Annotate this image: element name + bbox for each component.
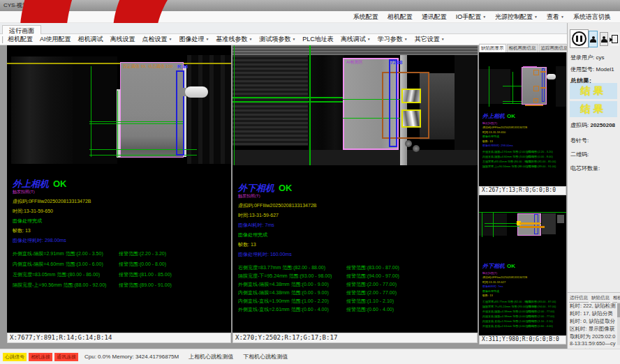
tool-test-params[interactable]: 测试项参数▼ [259,35,295,44]
login-user-button[interactable] [589,31,598,47]
measurement-row: 内侧直线-直线=1.90mm 范围:(1.00 - 2.20)报警范围:(1.1… [238,298,476,306]
measurement-row: 外侧直线-隔膜=2.91mm 范围:(2.00 - 3.50)报警范围:(2.2… [13,250,230,261]
clamp-object [185,86,208,98]
exit-button[interactable] [610,32,619,46]
tab-defect-display[interactable]: 缺陷图显示 [479,44,506,52]
camera-result-title: 外下相机OK [482,262,566,270]
tab-tracking-frame-info[interactable]: 追踪画面信息 [539,44,570,52]
tool-baseline-params[interactable]: 基准线参数▼ [216,35,252,44]
tool-ai-config[interactable]: AI使用配置 [40,35,71,44]
cpu-memory-readout: Cpu: 0.0% Memory: 3424.41796875M [84,354,179,360]
toolbar-grip [2,36,3,43]
scrollbar-thumb[interactable] [617,303,620,317]
machine-band [232,150,478,165]
machine-band [232,55,308,146]
tool-learning-params[interactable]: 学习参数▼ [378,35,408,44]
chevron-down-icon: ▼ [249,37,252,41]
blue-measure-rect [389,59,397,147]
chevron-down-icon: ▼ [169,37,172,41]
frame-count-line: 帧数: 13 [238,241,476,248]
green-baseline-v [482,212,482,237]
menu-system-config[interactable]: 系统配置 [353,13,378,22]
yellow-roi-rect [401,109,421,128]
heartbeat-badge: 心跳信号 [3,353,27,361]
upper-camera-heartbeat: 上相机心跳检测值 [189,353,233,361]
frame-count-line: 帧数: 13 [13,227,230,234]
model-value: Model1 [596,66,614,73]
chevron-down-icon: ▼ [404,37,408,41]
info-scrollbar[interactable] [617,302,620,345]
tool-camera-config[interactable]: 相机配置 [8,35,33,44]
user-icon [601,36,607,43]
machine-band [479,69,510,104]
measurement-row: 外侧直线-隔膜=4.38mm 范围:(0.00 - 9.00)报警范围:(2.0… [238,281,476,289]
pixel-readout-upper: X:7677;Y:891;R:14;G:14;B:14 [7,333,231,343]
tool-other-settings[interactable]: 其它设置▼ [415,35,445,44]
green-baseline-h [89,123,183,124]
camera-view-lower[interactable]: AI检测区 72.88 外下相机OK 触发拍照(T) 虚拟码:0FFIiiw20… [232,45,478,333]
time-line: 时间:13-31-59-650 [13,208,230,215]
menu-view[interactable]: 查看▼ [547,13,564,22]
model-row: 使用型号: Model1 [570,66,614,73]
menu-comm-config[interactable]: 通讯配置 [422,13,447,22]
threshold-overlay-label: 固定阈值:93, 动态阈值:100 [123,63,172,70]
barcode-line: 虚拟码:0FFIiiw2025020813313472B [238,202,476,209]
orange-annotation [540,71,546,73]
menu-camera-config[interactable]: 相机配置 [388,13,413,22]
result-badge-upper: 结果 [570,83,617,99]
measurement-row: 外侧直线-直线=2.61mm 范围:(0.60 - 4.00)报警范围:(0.6… [238,306,476,314]
menu-language-switch[interactable]: 系统语言切换 [573,13,611,22]
chevron-down-icon: ▼ [367,37,371,41]
tool-plc-address[interactable]: PLC地址表 [302,35,334,44]
info-tab-strip: 运行信息 缺陷信息 相机信息 [569,294,620,303]
user-icon [590,36,596,43]
measurement-row: 右侧宽度=83.77mm 范围:(82.00 - 88.00)报警范围:(83.… [238,264,476,273]
measurement-row: 左侧宽度=83.05mm 范围:(80.00 - 86.00)报警范围:(81.… [13,271,230,282]
mini-result-block-upper: 外上相机OK 触发拍照(T) 虚拟码:0FFIiiw20250208133134… [482,112,566,169]
result-block-lower: 外下相机OK 触发拍照(T) 虚拟码:0FFIiiw20250208133134… [238,182,476,314]
menu-io-config[interactable]: IO手配置▼ [456,13,486,22]
green-baseline-v [309,45,311,165]
yellow-roi-rect [401,89,421,103]
tool-offline-debug[interactable]: 离线调试▼ [341,35,371,44]
tool-spot-check[interactable]: 点检设置▼ [142,35,172,44]
orange-annotation [540,87,546,89]
time-line: 时间:13-31-59-627 [238,212,476,219]
chevron-down-icon: ▼ [482,15,486,19]
barcode-line: 虚拟码:0FFIiiw2025020813313472B [13,198,230,205]
menu-light-config[interactable]: 光源控制配置▼ [495,13,538,22]
green-baseline-v [512,72,513,104]
operator-button[interactable] [600,32,608,46]
process-done-line: 图像处理完成 [13,218,230,225]
pink-roi-rect [120,62,184,158]
ai-time-line: 图像AI耗时: 7ms [238,222,476,229]
clamp-object [547,74,556,79]
camera-connection-badge: 相机连接 [29,353,52,361]
camera-image-upper: 固定阈值:93, 动态阈值:100 R:46 [7,55,231,164]
info-divider [568,292,620,293]
tab-defect-info[interactable]: 缺陷信息 [591,294,610,303]
tool-image-processing[interactable]: 图像处理▼ [179,35,209,44]
measurement-row: 内侧直线-隔膜=4.60mm 范围:(3.00 - 6.00)报警范围:(0.0… [13,261,230,271]
tool-offline-settings[interactable]: 离线设置 [110,35,135,44]
process-done-line: 图像处理完成 [238,232,476,238]
chevron-down-icon: ▼ [441,37,445,41]
green-baseline-v [234,45,235,165]
screw [405,140,412,147]
result-badge-lower: 结果 [570,101,617,117]
pixel-readout-lower: X:270;Y:2502;R:17;G:17;B:17 [232,333,478,343]
orange-annotation [525,105,543,106]
pause-button[interactable] [570,29,589,48]
menu-bar: 系统配置 相机配置 通讯配置 IO手配置▼ 光源控制配置▼ 查看▼ 系统语言切换 [0,11,620,23]
virtual-code-value: 20250208 [590,122,615,128]
mini-camera-view-upper[interactable]: 外上相机OK 触发拍照(T) 虚拟码:0FFIiiw20250208133134… [479,52,566,186]
tab-run-info[interactable]: 运行信息 [569,294,589,303]
tab-camera-frame-info[interactable]: 相机画面信息 [507,44,538,52]
measurement-row: 隔膜宽度-下=95.24mm 范围:(93.00 - 98.00)报警范围:(9… [238,273,476,281]
tool-camera-debug[interactable]: 相机调试 [78,35,103,44]
blue-measure-label: R:46 [177,64,188,69]
mini-camera-view-lower[interactable]: 外下相机OK 触发拍照(T) 虚拟码:0FFIiiw20250208133134… [479,195,566,335]
ok-status: OK [53,179,67,189]
camera-view-upper[interactable]: 固定阈值:93, 动态阈值:100 R:46 外上相机OK 触发拍照(T) 虚拟… [7,45,231,333]
pixel-readout-mini-upper: X:267;Y:13;R:0;G:0;B:0 [479,186,566,195]
